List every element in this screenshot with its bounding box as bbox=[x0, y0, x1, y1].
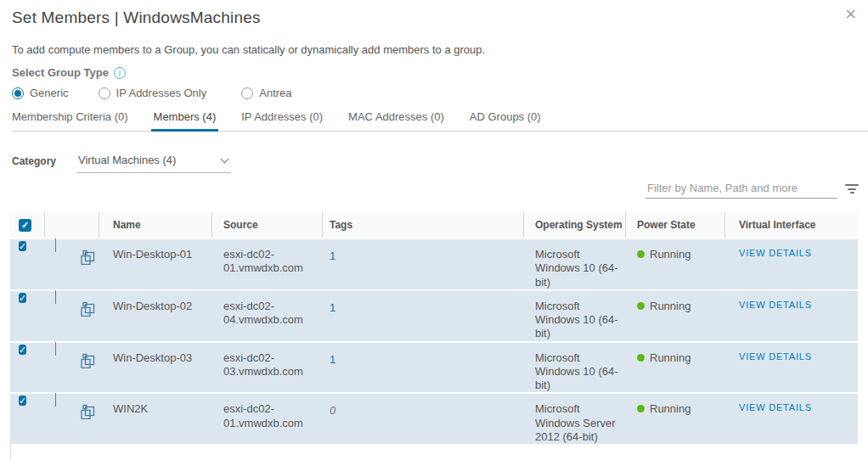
vm-name: Win-Desktop-03 bbox=[99, 343, 212, 393]
tab-ip-addresses[interactable]: IP Addresses (0) bbox=[241, 110, 323, 131]
select-all-checkbox[interactable] bbox=[19, 219, 31, 232]
running-status-icon bbox=[637, 405, 645, 412]
category-value: Virtual Machines (4) bbox=[78, 154, 176, 166]
radio-unselected-icon bbox=[241, 87, 253, 99]
group-type-label: Select Group Type bbox=[12, 66, 109, 79]
view-details-link[interactable]: VIEW DETAILS bbox=[725, 239, 858, 289]
vm-name: WIN2K bbox=[99, 394, 212, 444]
row-checkbox-cell bbox=[10, 291, 45, 341]
row-checkbox-cell bbox=[10, 343, 45, 393]
header-power-state: Power State bbox=[626, 212, 725, 238]
tab-members[interactable]: Members (4) bbox=[154, 110, 217, 131]
header-tags: Tags bbox=[323, 212, 524, 238]
row-checkbox[interactable] bbox=[19, 241, 26, 251]
radio-generic[interactable]: Generic bbox=[12, 87, 69, 99]
info-icon[interactable]: i bbox=[114, 67, 126, 79]
table-left-edge bbox=[10, 441, 11, 460]
row-icon-cell bbox=[75, 291, 99, 341]
row-checkbox[interactable] bbox=[19, 345, 26, 355]
row-checkbox[interactable] bbox=[19, 293, 26, 303]
radio-antrea[interactable]: Antrea bbox=[241, 87, 291, 99]
row-checkbox-cell bbox=[10, 394, 45, 444]
chevron-down-icon bbox=[221, 154, 229, 163]
radio-unselected-icon bbox=[99, 87, 110, 99]
power-state-cell: Running bbox=[626, 291, 725, 341]
group-type-radios: Generic IP Addresses Only Antrea bbox=[12, 87, 292, 99]
vm-operating-system: Microsoft Windows 10 (64-bit) bbox=[524, 291, 626, 341]
tags-cell: 1 bbox=[323, 239, 524, 289]
tab-ad-groups[interactable]: AD Groups (0) bbox=[470, 110, 541, 131]
expand-chevron-icon[interactable] bbox=[55, 393, 56, 407]
table-row: Win-Desktop-01 esxi-dc02-01.vmwdxb.com 1… bbox=[10, 239, 858, 289]
power-state-label: Running bbox=[650, 351, 690, 364]
table-body: Win-Desktop-01 esxi-dc02-01.vmwdxb.com 1… bbox=[10, 239, 858, 444]
view-details-link[interactable]: VIEW DETAILS bbox=[725, 291, 858, 341]
category-dropdown[interactable]: Virtual Machines (4) bbox=[76, 154, 231, 173]
header-icon-cell bbox=[75, 212, 99, 238]
vm-operating-system: Microsoft Windows Server 2012 (64-bit) bbox=[524, 394, 626, 444]
row-icon-cell bbox=[75, 343, 99, 393]
header-source: Source bbox=[212, 212, 323, 238]
row-icon-cell bbox=[75, 394, 99, 444]
radio-selected-icon bbox=[12, 87, 24, 99]
page-title: Set Members | WindowsMachines bbox=[12, 8, 261, 27]
group-type-label-row: Select Group Type i bbox=[12, 66, 126, 79]
virtual-machine-icon bbox=[80, 301, 95, 317]
row-checkbox[interactable] bbox=[19, 395, 26, 406]
table-header-row: Name Source Tags Operating System Power … bbox=[10, 212, 858, 238]
row-expand-cell bbox=[45, 343, 75, 393]
row-expand-cell bbox=[45, 291, 75, 341]
vm-name: Win-Desktop-02 bbox=[99, 291, 212, 341]
power-state-label: Running bbox=[650, 248, 690, 261]
power-state-label: Running bbox=[650, 402, 690, 415]
dialog-description: To add compute members to a Group, you c… bbox=[12, 43, 485, 56]
close-icon[interactable]: × bbox=[845, 5, 856, 24]
virtual-machine-icon bbox=[80, 250, 95, 265]
header-checkbox-cell bbox=[10, 212, 45, 238]
filter-icon[interactable] bbox=[844, 184, 860, 194]
view-details-link[interactable]: VIEW DETAILS bbox=[725, 394, 858, 444]
tab-mac-addresses[interactable]: MAC Addresses (0) bbox=[348, 110, 444, 131]
radio-label: Generic bbox=[30, 87, 69, 99]
tags-value[interactable]: 1 bbox=[330, 250, 335, 262]
tags-value[interactable]: 1 bbox=[330, 353, 335, 366]
row-checkbox-cell bbox=[10, 239, 45, 289]
running-status-icon bbox=[637, 354, 645, 362]
vm-operating-system: Microsoft Windows 10 (64-bit) bbox=[524, 343, 626, 393]
virtual-machine-icon bbox=[80, 404, 95, 419]
tags-cell: 1 bbox=[323, 343, 524, 393]
expand-chevron-icon[interactable] bbox=[55, 342, 56, 356]
vm-source: esxi-dc02-01.vmwdxb.com bbox=[212, 239, 323, 289]
header-virtual-interface: Virtual Interface bbox=[725, 212, 858, 238]
tab-membership-criteria[interactable]: Membership Criteria (0) bbox=[12, 110, 128, 131]
header-name: Name bbox=[99, 212, 212, 238]
table-row: Win-Desktop-02 esxi-dc02-04.vmwdxb.com 1… bbox=[10, 291, 858, 341]
filter-input[interactable] bbox=[645, 178, 837, 199]
tags-value[interactable]: 1 bbox=[330, 301, 335, 314]
members-table: Name Source Tags Operating System Power … bbox=[10, 212, 858, 446]
power-state-label: Running bbox=[650, 300, 690, 312]
radio-label: IP Addresses Only bbox=[116, 87, 207, 99]
running-status-icon bbox=[637, 302, 645, 310]
tags-value: 0 bbox=[330, 404, 335, 417]
row-expand-cell bbox=[45, 239, 75, 289]
running-status-icon bbox=[637, 250, 645, 258]
row-icon-cell bbox=[75, 239, 99, 289]
expand-chevron-icon[interactable] bbox=[55, 238, 56, 252]
header-operating-system: Operating System bbox=[524, 212, 626, 238]
table-row: Win-Desktop-03 esxi-dc02-03.vmwdxb.com 1… bbox=[10, 343, 858, 393]
power-state-cell: Running bbox=[626, 343, 725, 393]
tags-cell: 1 bbox=[323, 291, 524, 341]
view-details-link[interactable]: VIEW DETAILS bbox=[725, 343, 858, 393]
radio-label: Antrea bbox=[259, 87, 291, 99]
expand-chevron-icon[interactable] bbox=[55, 290, 56, 304]
row-expand-cell bbox=[45, 394, 75, 444]
virtual-machine-icon bbox=[80, 353, 95, 368]
vm-source: esxi-dc02-01.vmwdxb.com bbox=[212, 394, 323, 444]
category-row: Category Virtual Machines (4) bbox=[12, 154, 231, 173]
vm-source: esxi-dc02-03.vmwdxb.com bbox=[212, 343, 323, 393]
category-label: Category bbox=[12, 154, 76, 167]
vm-name: Win-Desktop-01 bbox=[99, 239, 212, 289]
power-state-cell: Running bbox=[626, 394, 725, 444]
radio-ip-addresses-only[interactable]: IP Addresses Only bbox=[99, 87, 207, 99]
